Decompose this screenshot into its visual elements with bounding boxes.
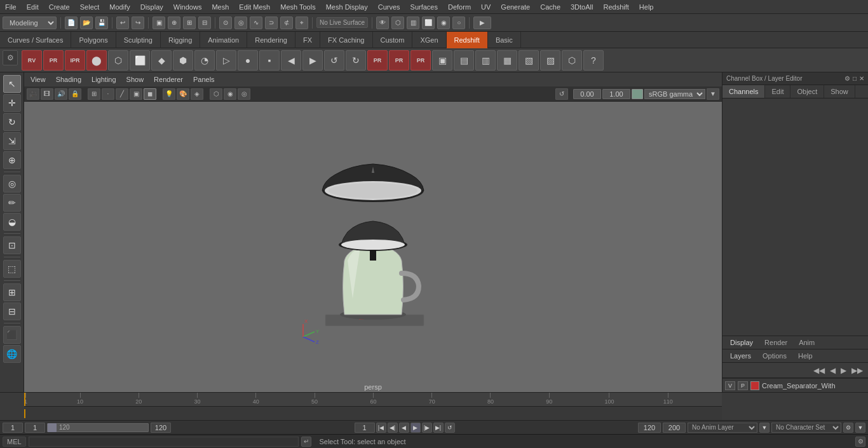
- goto-start-button[interactable]: |◀: [376, 423, 386, 433]
- menu-cache[interactable]: Cache: [535, 2, 566, 12]
- tab-rendering[interactable]: Rendering: [247, 32, 295, 48]
- display-btn5[interactable]: ◉: [437, 17, 450, 29]
- panel-settings-icon[interactable]: ⚙: [844, 75, 850, 82]
- viewport-canvas[interactable]: Y Z X persp: [24, 102, 722, 392]
- vp-menu-renderer[interactable]: Renderer: [151, 76, 186, 83]
- vp-lock-icon[interactable]: 🔒: [69, 88, 81, 100]
- marquee-button[interactable]: ⬚: [3, 260, 21, 278]
- shelf-hex3[interactable]: ⬡: [562, 50, 582, 71]
- panel-close-icon[interactable]: ✕: [859, 75, 864, 82]
- menu-mesh-tools[interactable]: Mesh Tools: [275, 2, 320, 12]
- display-btn4[interactable]: ⬜: [422, 17, 435, 29]
- vp-vertex-icon[interactable]: ·: [102, 88, 114, 100]
- menu-display[interactable]: Display: [135, 2, 168, 12]
- menu-surfaces[interactable]: Surfaces: [405, 2, 443, 12]
- menu-help[interactable]: Help: [634, 2, 659, 12]
- menu-edit-mesh[interactable]: Edit Mesh: [234, 2, 275, 12]
- vp-gamma-select[interactable]: sRGB gamma: [644, 89, 705, 99]
- select-tool-button[interactable]: ↖: [3, 75, 21, 93]
- shelf-settings-icon[interactable]: ⚙: [3, 50, 18, 65]
- menu-3dto-all[interactable]: 3DtoAll: [566, 2, 598, 12]
- shelf-pr2[interactable]: PR: [367, 50, 388, 71]
- shelf-quarter[interactable]: ◔: [194, 50, 215, 71]
- menu-uv[interactable]: UV: [476, 2, 496, 12]
- vp-face-icon[interactable]: ▣: [130, 88, 142, 100]
- rp-tab-show[interactable]: Show: [824, 85, 855, 98]
- menu-generate[interactable]: Generate: [496, 2, 535, 12]
- redo-button[interactable]: ↪: [132, 17, 144, 29]
- move-tool-button[interactable]: ✛: [3, 94, 21, 112]
- vp-light-icon[interactable]: 💡: [163, 88, 175, 100]
- shelf-grid3[interactable]: ▥: [475, 50, 496, 71]
- rp-tab-edit[interactable]: Edit: [765, 85, 790, 98]
- shelf-back[interactable]: ◀: [281, 50, 301, 71]
- menu-mesh-display[interactable]: Mesh Display: [321, 2, 373, 12]
- vp-menu-lighting[interactable]: Lighting: [89, 76, 119, 83]
- vp-xray-icon[interactable]: ◉: [224, 88, 236, 100]
- menu-curves[interactable]: Curves: [373, 2, 405, 12]
- menu-file[interactable]: File: [0, 2, 22, 12]
- shelf-ccw[interactable]: ↺: [324, 50, 344, 71]
- shelf-hex2[interactable]: ⬢: [173, 50, 193, 71]
- tab-xgen[interactable]: XGen: [412, 32, 446, 48]
- snap2-button[interactable]: ⊟: [198, 17, 211, 29]
- vp-refresh-icon[interactable]: ↺: [555, 88, 568, 100]
- step-back-button[interactable]: ◀|: [388, 423, 398, 433]
- vp-menu-show[interactable]: Show: [124, 76, 147, 83]
- mel-execute-button[interactable]: ↵: [301, 437, 311, 447]
- shelf-diamond[interactable]: ◆: [151, 50, 172, 71]
- shelf-dot[interactable]: ●: [238, 50, 258, 71]
- scale-tool-button[interactable]: ⇲: [3, 132, 21, 150]
- undo-button[interactable]: ↩: [116, 17, 129, 29]
- vp-menu-view[interactable]: View: [28, 76, 48, 83]
- vp-color-arrow[interactable]: ▼: [707, 88, 719, 100]
- open-file-button[interactable]: 📂: [80, 17, 93, 29]
- tab-custom[interactable]: Custom: [373, 32, 413, 48]
- shelf-fwd[interactable]: ▶: [302, 50, 323, 71]
- shelf-grid1[interactable]: ▣: [432, 50, 452, 71]
- layer-visibility[interactable]: V: [725, 381, 735, 390]
- layer-icon-next[interactable]: ▶: [839, 365, 848, 376]
- rotate-tool-button[interactable]: ↻: [3, 113, 21, 131]
- goto-end-button[interactable]: ▶|: [433, 423, 444, 433]
- render-viewport-button[interactable]: ⬛: [3, 326, 21, 344]
- shelf-grid4[interactable]: ▦: [497, 50, 517, 71]
- snap-to-point-button[interactable]: ⊟: [3, 302, 21, 320]
- sym-button[interactable]: ⊄: [280, 17, 293, 29]
- display-btn1[interactable]: 👁: [376, 17, 389, 29]
- rp-layer-sub-options[interactable]: Options: [757, 351, 792, 361]
- shelf-ipr[interactable]: IPR: [65, 50, 85, 71]
- vp-isolate-icon[interactable]: ◎: [238, 88, 250, 100]
- menu-windows[interactable]: Windows: [168, 2, 207, 12]
- rp-layer-sub-layers[interactable]: Layers: [725, 351, 756, 361]
- step-forward-button[interactable]: |▶: [422, 423, 432, 433]
- vp-camera-icon[interactable]: 🎥: [27, 88, 39, 100]
- shelf-hex1[interactable]: ⬡: [108, 50, 128, 71]
- soft-select-button[interactable]: ⊃: [265, 17, 278, 29]
- display-btn2[interactable]: ⬡: [391, 17, 404, 29]
- display-btn3[interactable]: ▥: [407, 17, 419, 29]
- play-forward-button[interactable]: ▶: [410, 423, 421, 433]
- menu-select[interactable]: Select: [75, 2, 105, 12]
- shelf-grid6[interactable]: ▨: [540, 50, 560, 71]
- playback-frame-field[interactable]: [355, 423, 375, 433]
- vp-menu-panels[interactable]: Panels: [191, 76, 217, 83]
- panel-expand-icon[interactable]: □: [853, 75, 857, 82]
- vp-wireframe-icon[interactable]: ⬡: [210, 88, 222, 100]
- display-btn6[interactable]: ○: [452, 17, 465, 29]
- shelf-pr4[interactable]: PR: [410, 50, 431, 71]
- shelf-grid5[interactable]: ▧: [519, 50, 539, 71]
- timeline-ruler[interactable]: 1102030405060708090100110120: [24, 393, 722, 407]
- save-file-button[interactable]: 💾: [95, 17, 108, 29]
- snap-button[interactable]: ⊞: [183, 17, 196, 29]
- tab-rigging[interactable]: Rigging: [161, 32, 200, 48]
- new-file-button[interactable]: 📄: [65, 17, 78, 29]
- layer-color-swatch[interactable]: [750, 381, 759, 390]
- vp-audio-icon[interactable]: 🔊: [55, 88, 67, 100]
- vp-grid-icon[interactable]: ⊞: [88, 88, 100, 100]
- vp-edge-icon[interactable]: ╱: [116, 88, 128, 100]
- vp-film-icon[interactable]: 🎞: [41, 88, 53, 100]
- transform-button[interactable]: ⊕: [168, 17, 180, 29]
- vp-specular-icon[interactable]: ◈: [191, 88, 203, 100]
- char-set-arrow[interactable]: ▼: [855, 423, 865, 433]
